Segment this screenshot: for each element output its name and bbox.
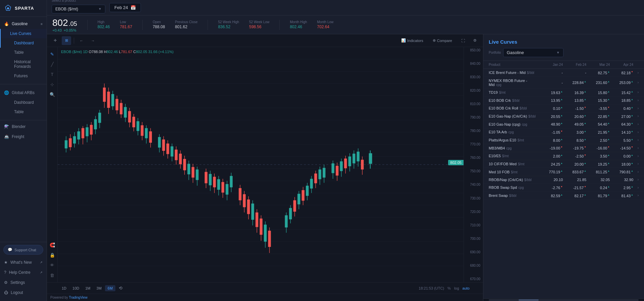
tf-10d[interactable]: 10D — [70, 285, 82, 291]
table-row[interactable]: E10 BOB Crk Roll$/bbl 0.10▲ -1.50▼ -3.55… — [483, 104, 644, 113]
svg-rect-110 — [264, 225, 267, 242]
sidebar-logout[interactable]: ⏻ Logout — [0, 288, 47, 298]
cell-mar: 22.85▲ — [586, 114, 610, 119]
tf-3m[interactable]: 3M — [94, 285, 104, 291]
cell-jan: - — [539, 71, 563, 75]
external-link-icon-whats-new: ↗ — [40, 261, 43, 264]
tradingview-link[interactable]: TradingView — [69, 296, 88, 299]
magnet-tool[interactable]: 🧲 — [48, 241, 57, 249]
price-value: 802 .05 — [52, 17, 77, 28]
compare-btn[interactable]: ⊕ Compare — [429, 37, 455, 44]
table-row[interactable]: E10 Gas-Nap (Crk/Crk)$/bbl 20.55▲ 20.60▲… — [483, 113, 644, 121]
table-row[interactable]: RBOB/Nap (Crk/Crk)$/bbl 20.10 21.85 32.0… — [483, 176, 644, 184]
timeframe-buttons: 1D 10D 1M 3M 6M ⟲ — [59, 285, 125, 292]
chart-auto-btn[interactable]: auto — [463, 286, 470, 290]
text-tool[interactable]: T — [48, 70, 57, 79]
scroll-thumb[interactable] — [519, 299, 539, 301]
crosshair-btn[interactable]: ✛ — [50, 36, 60, 45]
back-btn[interactable]: ← — [77, 36, 86, 45]
table-scroll-indicator — [483, 298, 644, 301]
cell-jan: -19.00▼ — [539, 146, 563, 150]
sidebar-category-blender[interactable]: ⚗️ Blender — [0, 122, 47, 132]
candle-btn[interactable]: ⊞ — [62, 36, 71, 45]
table-row[interactable]: Platts/Argus E10$/mt 8.00▲ 8.50▲ 2.50▲ 5… — [483, 136, 644, 144]
sidebar-help-centre[interactable]: ? Help Centre ↗ — [0, 267, 47, 277]
sidebar-item-live-curves[interactable]: Live Curves — [0, 29, 47, 38]
cell-apr: 32.90 — [610, 178, 633, 182]
cell-apr: 27.00▲ — [610, 114, 633, 119]
price-change-abs: +0.43 — [52, 28, 62, 32]
table-row[interactable]: Brent Swap$/bbl 82.59▲ 82.17▲ 81.79▲ 81.… — [483, 192, 644, 200]
svg-rect-118 — [293, 200, 296, 212]
table-row[interactable]: ICE Brent Future - Mid$/bbl - - 82.75▲ 8… — [483, 69, 644, 77]
sidebar-item-dashboard[interactable]: Dashboard — [0, 38, 47, 48]
cell-jan: 48.90▲ — [539, 122, 563, 126]
table-row[interactable]: E10 BOB Crk$/bbl 13.95▲ 13.85▲ 15.30▲ 18… — [483, 96, 644, 104]
settings-btn[interactable]: ⚙ — [470, 36, 480, 45]
price-main: 802 .05 +0.43 +0.05% — [52, 17, 77, 32]
eye-tool[interactable]: 👁 — [48, 261, 57, 269]
scale-720: 720.00 — [465, 210, 482, 214]
svg-rect-116 — [289, 208, 292, 219]
cell-jan: -2.76▼ — [539, 185, 563, 190]
tf-1d[interactable]: 1D — [59, 285, 69, 291]
sidebar-category-global-arbs[interactable]: 🌐 Global ARBs — [0, 88, 47, 98]
cell-feb: 20.00▲ — [563, 162, 586, 166]
cursor-tool[interactable]: ✎ — [48, 50, 57, 58]
table-row[interactable]: E10/E5$/mt 2.00▲ -2.50▼ 3.50▲ 0.00▲ › — [483, 152, 644, 160]
open-value: 788.08 — [153, 25, 165, 29]
table-row[interactable]: 10 CIF/FOB Med$/mt 24.25▲ 20.00▲ 19.25▲ … — [483, 160, 644, 168]
svg-rect-144 — [353, 154, 355, 163]
fullscreen-btn[interactable]: ⛶ — [458, 36, 468, 45]
portfolio-label: Portfolio — [489, 51, 501, 54]
sidebar-settings[interactable]: ⚙ Settings — [0, 277, 47, 288]
table-row[interactable]: MB3/MB4cpg -19.00▼ -19.75▼ -16.00▼ -14.5… — [483, 144, 644, 152]
tf-6m[interactable]: 6M — [105, 285, 115, 291]
row-expand: › — [633, 130, 639, 134]
col-mar24: Mar 24 — [586, 63, 610, 67]
delete-tool[interactable]: 🗑 — [48, 271, 57, 280]
table-row[interactable]: Med 10 FOB$/mt 770.19▲ 833.67▲ 811.25▲ 7… — [483, 168, 644, 176]
lock-tool[interactable]: 🔒 — [48, 251, 57, 259]
chart-main[interactable]: EBOB ($/mt) 1D O788.08 H802.46 L781.67 C… — [58, 47, 464, 282]
svg-rect-48 — [120, 103, 122, 115]
product-selector[interactable]: EBOB ($/mt) ▼ — [52, 5, 105, 13]
sidebar-item-global-arbs-table[interactable]: Table — [0, 107, 47, 117]
tf-replay[interactable]: ⟲ — [116, 285, 125, 292]
line-tool[interactable]: ╱ — [48, 60, 57, 69]
price-change: +0.43 +0.05% — [52, 28, 77, 32]
table-row[interactable]: E10 TA Arbcpg -1.05▼ 3.00▲ 21.95▲ 14.10▲… — [483, 128, 644, 136]
date-selector[interactable]: Feb 24 📅 — [109, 3, 141, 12]
scale-700: 700.00 — [465, 237, 482, 241]
sidebar-category-gasoline[interactable]: 🔥 Gasoline ≡ — [0, 19, 47, 29]
sidebar-whats-new[interactable]: ★ What's New ↗ — [0, 257, 47, 267]
support-chat-button[interactable]: 💬 Support Chat — [3, 245, 43, 255]
tf-1m[interactable]: 1M — [83, 285, 93, 291]
table-row[interactable]: TD19$/mt 19.63▲ 16.39▲ 15.80▲ 15.42▲ › — [483, 89, 644, 97]
table-row[interactable]: RBOB Swap Spdcpg -2.76▼ -21.57▼ 0.24▲ 2.… — [483, 184, 644, 192]
chart-symbol-label: EBOB ($/mt) 1D O788.08 H802.46 L781.67 C… — [61, 50, 174, 54]
sidebar-item-table[interactable]: Table — [0, 48, 47, 57]
cell-feb: -1.50▼ — [563, 106, 586, 111]
chart-pct-btn[interactable]: % — [447, 286, 451, 290]
measure-tool[interactable]: ⊹ — [48, 80, 57, 89]
cell-apr: 2.95▲ — [610, 185, 633, 190]
svg-rect-46 — [115, 99, 118, 110]
fwd-btn[interactable]: → — [88, 36, 98, 45]
portfolio-dropdown[interactable]: Gasoline ▼ — [503, 48, 564, 57]
svg-rect-30 — [82, 128, 84, 138]
date-value: Feb 24 — [114, 5, 128, 10]
chart-price-tag: 802.05 — [448, 160, 464, 165]
svg-rect-28 — [77, 131, 80, 139]
sidebar-item-historical-forwards[interactable]: Historical Forwards — [0, 57, 47, 71]
zoom-tool[interactable]: 🔍 — [48, 90, 57, 99]
monthhigh-value: 802.46 — [290, 25, 307, 29]
sidebar-category-freight[interactable]: 🚢 Freight — [0, 132, 47, 142]
svg-rect-36 — [94, 119, 97, 129]
table-row[interactable]: E10 Gas-Nap (cpg)cpg 48.90▲ 49.05▲ 54.40… — [483, 120, 644, 128]
sidebar-item-futures[interactable]: Futures — [0, 71, 47, 81]
sidebar-item-global-arbs-dashboard[interactable]: Dashboard — [0, 98, 47, 107]
indicators-btn[interactable]: 📊 Indicators — [398, 37, 427, 44]
chart-log-btn[interactable]: log — [454, 286, 459, 290]
table-row[interactable]: NYMEX RBOB Future - Midcpg - 228.84▲ 231… — [483, 77, 644, 89]
